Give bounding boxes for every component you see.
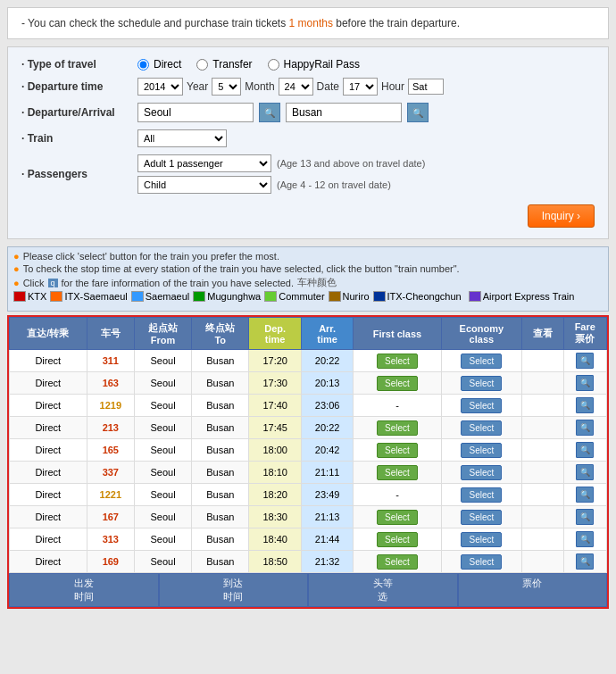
cell-fare[interactable]: 🔍: [563, 462, 607, 484]
fare-icon-btn[interactable]: 🔍: [576, 442, 594, 458]
nuriro-color: [329, 291, 341, 302]
table-row: Direct 311 Seoul Busan 17:20 20:22 Selec…: [10, 350, 607, 372]
fare-icon-btn[interactable]: 🔍: [576, 487, 594, 503]
cell-fare[interactable]: 🔍: [563, 395, 607, 417]
fare-icon-btn[interactable]: 🔍: [576, 397, 594, 413]
economy-select-btn[interactable]: Select: [461, 554, 502, 570]
passengers-group: Adult 1 passenger (Age 13 and above on t…: [137, 154, 425, 194]
train-no-link[interactable]: 213: [103, 422, 119, 433]
train-no-link[interactable]: 1221: [100, 489, 121, 500]
cell-first[interactable]: Select: [354, 462, 441, 484]
info-link[interactable]: 1 months: [289, 17, 333, 29]
fare-icon-btn[interactable]: 🔍: [576, 375, 594, 391]
cell-from: Seoul: [135, 462, 192, 484]
transfer-option[interactable]: Transfer: [196, 58, 252, 71]
economy-select-btn[interactable]: Select: [461, 398, 502, 413]
cell-economy[interactable]: Select: [441, 395, 521, 417]
to-input[interactable]: [286, 103, 402, 122]
cell-first[interactable]: Select: [354, 350, 441, 372]
cell-fare[interactable]: 🔍: [563, 551, 607, 573]
first-select-btn[interactable]: Select: [377, 376, 418, 391]
cell-dep: 17:40: [249, 395, 301, 417]
table-row: Direct 165 Seoul Busan 18:00 20:42 Selec…: [10, 439, 607, 462]
table-row: Direct 167 Seoul Busan 18:30 21:13 Selec…: [10, 506, 607, 528]
cell-economy[interactable]: Select: [441, 417, 521, 439]
cell-economy[interactable]: Select: [441, 350, 521, 372]
happyrail-radio[interactable]: [268, 59, 279, 71]
cell-fare[interactable]: 🔍: [563, 528, 607, 551]
transfer-radio[interactable]: [196, 59, 208, 71]
first-select-btn[interactable]: Select: [377, 510, 418, 525]
economy-select-btn[interactable]: Select: [461, 510, 502, 525]
fare-icon-btn[interactable]: 🔍: [576, 420, 594, 436]
cell-fare[interactable]: 🔍: [563, 439, 607, 462]
first-select-btn[interactable]: Select: [377, 532, 418, 547]
economy-select-btn[interactable]: Select: [461, 354, 502, 369]
first-select-btn[interactable]: Select: [377, 554, 418, 570]
train-no-link[interactable]: 1219: [100, 400, 121, 411]
cell-economy[interactable]: Select: [441, 439, 521, 462]
cell-first[interactable]: Select: [354, 528, 441, 551]
airport-label: Airport Express Train: [483, 291, 575, 302]
train-no-link[interactable]: 311: [103, 355, 119, 366]
cell-type: Direct: [10, 484, 87, 506]
economy-select-btn[interactable]: Select: [461, 420, 502, 436]
cell-fare[interactable]: 🔍: [563, 506, 607, 528]
from-search-button[interactable]: 🔍: [259, 103, 280, 122]
cell-fare[interactable]: 🔍: [563, 484, 607, 506]
to-search-button[interactable]: 🔍: [407, 103, 429, 122]
cell-first[interactable]: Select: [354, 506, 441, 528]
child-select[interactable]: Child: [137, 176, 271, 194]
inquiry-button[interactable]: Inquiry ›: [528, 204, 595, 228]
train-select[interactable]: All: [137, 129, 227, 147]
cell-economy[interactable]: Select: [441, 372, 521, 395]
fare-icon-btn[interactable]: 🔍: [576, 509, 594, 525]
cell-economy[interactable]: Select: [441, 484, 521, 506]
train-no-link[interactable]: 337: [103, 467, 119, 478]
airport-express-badge: Airport Express Train: [469, 291, 575, 302]
first-select-btn[interactable]: Select: [377, 420, 418, 436]
commuter-label: Commuter: [279, 291, 324, 302]
economy-select-btn[interactable]: Select: [461, 443, 502, 458]
economy-select-btn[interactable]: Select: [461, 487, 502, 503]
year-select[interactable]: 2014: [137, 78, 183, 96]
cell-economy[interactable]: Select: [441, 551, 521, 573]
cell-first[interactable]: Select: [354, 551, 441, 573]
cell-dep: 18:10: [249, 462, 301, 484]
train-no-link[interactable]: 169: [103, 556, 119, 567]
cell-economy[interactable]: Select: [441, 462, 521, 484]
first-select-btn[interactable]: Select: [377, 465, 418, 480]
from-input[interactable]: [137, 103, 254, 122]
fare-icon-btn[interactable]: 🔍: [576, 531, 594, 547]
happyrail-option[interactable]: HappyRail Pass: [268, 58, 360, 71]
train-no-link[interactable]: 167: [103, 512, 119, 522]
hour-select[interactable]: 17: [343, 78, 378, 96]
economy-select-btn[interactable]: Select: [461, 465, 502, 480]
fare-icon-btn[interactable]: 🔍: [576, 464, 594, 480]
cell-from: Seoul: [135, 528, 192, 551]
date-select[interactable]: 24: [279, 78, 313, 96]
cell-fare[interactable]: 🔍: [563, 372, 607, 395]
cell-arr: 23:06: [301, 395, 353, 417]
train-no-link[interactable]: 163: [103, 378, 119, 388]
cell-fare[interactable]: 🔍: [563, 417, 607, 439]
cell-first[interactable]: Select: [354, 417, 441, 439]
cell-first[interactable]: Select: [354, 439, 441, 462]
direct-radio[interactable]: [137, 59, 149, 71]
adult-select[interactable]: Adult 1 passenger: [137, 154, 271, 172]
first-select-btn[interactable]: Select: [377, 354, 418, 369]
cell-economy[interactable]: Select: [441, 506, 521, 528]
cell-fare[interactable]: 🔍: [563, 350, 607, 372]
direct-option[interactable]: Direct: [137, 58, 181, 71]
fare-icon-btn[interactable]: 🔍: [576, 353, 594, 369]
train-no-link[interactable]: 313: [103, 534, 119, 545]
train-no-link[interactable]: 165: [103, 445, 119, 455]
cell-first[interactable]: Select: [354, 372, 441, 395]
cell-economy[interactable]: Select: [441, 528, 521, 551]
first-select-btn[interactable]: Select: [377, 443, 418, 458]
fare-icon-btn[interactable]: 🔍: [576, 553, 594, 570]
cell-from: Seoul: [135, 350, 192, 372]
economy-select-btn[interactable]: Select: [461, 532, 502, 547]
month-select[interactable]: 5: [212, 78, 241, 96]
economy-select-btn[interactable]: Select: [461, 376, 502, 391]
